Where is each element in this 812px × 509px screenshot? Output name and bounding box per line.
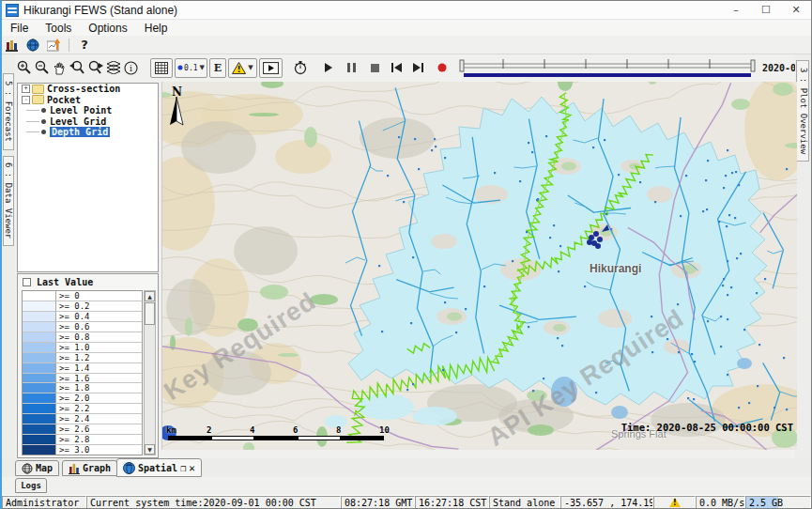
- scale-segment: [168, 436, 211, 440]
- place-label-hikurangi: Hikurangi: [590, 262, 641, 275]
- tab-data-viewer[interactable]: 6 : Data Viewer: [3, 156, 14, 246]
- zoom-previous-button[interactable]: [69, 57, 86, 78]
- tab-restore-icon[interactable]: ❒: [180, 463, 186, 473]
- timeseries-dialog-button[interactable]: [43, 37, 64, 54]
- scale-segment: [211, 436, 254, 440]
- legend-swatch: [23, 312, 56, 322]
- legend-row: >= 1.2: [23, 353, 142, 363]
- scroll-down-icon[interactable]: ▼: [145, 444, 155, 455]
- scroll-thumb[interactable]: [145, 302, 155, 325]
- skip-to-end-button[interactable]: [409, 57, 427, 78]
- animation-window-button[interactable]: [259, 58, 283, 78]
- tab-map[interactable]: Map: [15, 460, 59, 476]
- skip-to-start-button[interactable]: [388, 57, 406, 78]
- tab-forecast[interactable]: 5 : Forecast: [3, 73, 14, 150]
- record-button[interactable]: [433, 57, 451, 78]
- legend-label: >= 2.4: [56, 414, 142, 424]
- layers-icon: [106, 61, 121, 74]
- tab-graph[interactable]: Graph: [62, 460, 117, 476]
- scroll-up-icon[interactable]: ▲: [145, 291, 155, 301]
- toolbar-separator: [69, 39, 69, 52]
- animation-timer-button[interactable]: [289, 57, 312, 78]
- skip-end-icon: [413, 63, 423, 72]
- last-value-row[interactable]: Last Value: [18, 274, 158, 289]
- bullet-icon: [41, 130, 46, 134]
- legend-row: >= 1.4: [23, 363, 142, 374]
- legend-label: >= 0.2: [56, 301, 142, 312]
- main-toolbar: ?: [2, 36, 811, 54]
- stopwatch-icon: [293, 60, 308, 75]
- status-local-time: 16:27:18 CST: [415, 496, 489, 509]
- scale-unit-label: km: [166, 425, 176, 435]
- close-button[interactable]: ✕: [781, 1, 811, 19]
- stop-button[interactable]: [366, 57, 384, 78]
- scale-segment: [341, 436, 384, 440]
- maximize-button[interactable]: ☐: [751, 1, 781, 19]
- record-icon: [437, 63, 447, 72]
- pan-button[interactable]: [51, 57, 69, 78]
- play-button[interactable]: [319, 57, 337, 78]
- status-coordinates: -35.657 , 174.199: [560, 496, 653, 509]
- tree-item-pocket[interactable]: -Pocket: [18, 95, 158, 106]
- menu-file[interactable]: File: [2, 22, 37, 35]
- legend-panel: Last Value >= 0>= 0.2>= 0.4>= 0.6>= 0.8>…: [17, 273, 159, 458]
- movie-play-icon: [263, 62, 279, 74]
- grid-display-button[interactable]: [150, 58, 173, 78]
- zoom-next-button[interactable]: [86, 57, 104, 78]
- tree-item-label: Level Grid: [50, 116, 106, 127]
- minimize-button[interactable]: –: [721, 1, 751, 19]
- tab-close-icon[interactable]: ✕: [189, 462, 195, 474]
- zoom-out-button[interactable]: [33, 57, 51, 78]
- legend-row: >= 0.6: [23, 322, 142, 332]
- menu-options[interactable]: Options: [80, 22, 135, 35]
- status-warning-cell[interactable]: [653, 496, 696, 509]
- pause-button[interactable]: [343, 57, 360, 78]
- app-logo-icon: [6, 4, 19, 17]
- tree-item-label: Depth Grid: [50, 127, 110, 137]
- zoom-in-button[interactable]: [15, 57, 33, 78]
- info-button[interactable]: i: [122, 57, 140, 78]
- help-button[interactable]: ?: [74, 37, 95, 54]
- last-value-checkbox[interactable]: [23, 278, 31, 286]
- legend-label: >= 2.2: [56, 404, 142, 414]
- status-memory: 2.5 GB: [745, 496, 811, 509]
- legend-row: >= 0: [23, 291, 142, 301]
- logs-tab[interactable]: Logs: [15, 478, 47, 493]
- legend-row: >= 1.8: [23, 383, 142, 393]
- tab-spatial[interactable]: Spatial ❒ ✕: [116, 458, 202, 477]
- legend-label: >= 1.4: [56, 363, 142, 374]
- legend-swatch: [23, 393, 56, 404]
- tree-expander-icon[interactable]: -: [22, 96, 30, 104]
- tree-item-cross-section[interactable]: +Cross-section: [18, 84, 158, 95]
- legend-label: >= 1.6: [56, 374, 142, 384]
- database-viewer-button[interactable]: [2, 37, 23, 54]
- time-slider[interactable]: [458, 56, 757, 79]
- scale-segment: [298, 436, 341, 440]
- tree-item-depth-grid[interactable]: Depth Grid: [18, 127, 158, 138]
- legend-scrollbar[interactable]: ▲ ▼: [144, 290, 156, 455]
- scale-tick-label: 10: [379, 425, 390, 435]
- legend-label: >= 1.8: [56, 383, 142, 393]
- spatial-display-button[interactable]: [23, 37, 43, 54]
- map-view[interactable]: N API Key Required API Key Required Hiku…: [161, 82, 797, 450]
- legend-swatch: [23, 404, 56, 414]
- tree-item-label: Level Point: [50, 105, 112, 116]
- warnings-dropdown[interactable]: ! ▼: [228, 58, 257, 78]
- tree-item-level-point[interactable]: Level Point: [18, 105, 158, 116]
- labels-toggle-button[interactable]: E: [209, 58, 226, 78]
- legend-swatch: [23, 445, 56, 455]
- layers-button[interactable]: [104, 57, 122, 78]
- tree-expander-icon[interactable]: +: [22, 85, 30, 93]
- folder-icon: [32, 85, 44, 94]
- zoom-previous-icon: [69, 60, 85, 75]
- folder-icon: [32, 95, 44, 104]
- labels-icon: E: [212, 62, 223, 74]
- north-arrow-icon: [168, 97, 185, 129]
- tab-plot-overview[interactable]: 3 : Plot Overview: [796, 60, 809, 162]
- interval-value: 0.1: [184, 64, 197, 72]
- contour-interval-dropdown[interactable]: 0.1 ▼: [175, 58, 207, 78]
- menu-help[interactable]: Help: [136, 22, 176, 35]
- application-window: Hikurangi FEWS (Stand alone) – ☐ ✕ File …: [0, 0, 812, 509]
- tree-item-level-grid[interactable]: Level Grid: [18, 116, 158, 128]
- menu-tools[interactable]: Tools: [37, 22, 80, 35]
